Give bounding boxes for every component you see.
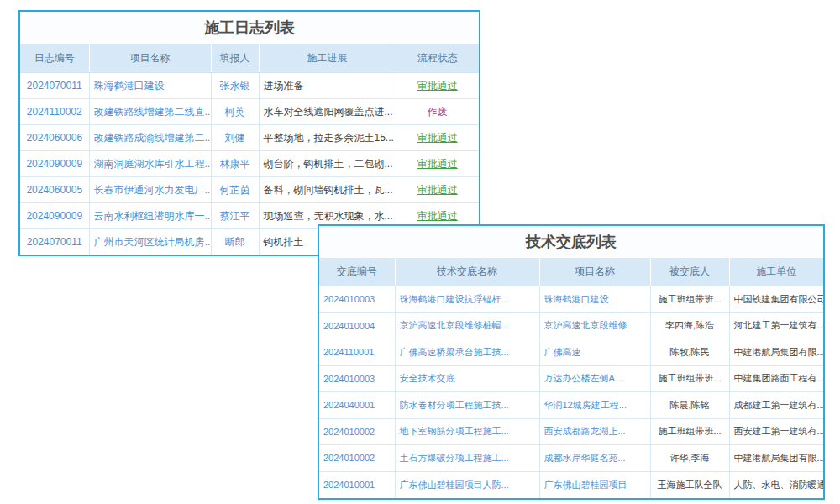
table-row: 2024010001 广东佛山碧桂园项目人防... 广东佛山碧桂园项目 王海施工…	[319, 471, 823, 498]
log-status-link[interactable]: 审批通过	[396, 73, 479, 99]
table-row: 2024070011 珠海鹤港口建设 张永银 进场准备 审批通过	[20, 73, 479, 99]
disclosure-unit-cell: 中建港航局集团有限...	[729, 339, 823, 366]
table-row: 2024040001 防水卷材分项工程施工技... 华润12城房建工程... 陈…	[319, 392, 823, 419]
log-project-link[interactable]: 广州市天河区统计局机房...	[89, 229, 211, 255]
log-progress-cell: 备料，砌间墙钩机排土，瓦...	[259, 177, 396, 203]
disclosure-id-link[interactable]: 2024010002	[319, 445, 395, 472]
disclosure-unit-cell: 中建港航局集团有限...	[729, 445, 823, 472]
disclosure-col-header-project: 项目名称	[539, 258, 650, 286]
disclosure-project-link[interactable]: 万达办公楼左侧A...	[539, 365, 650, 392]
disclosure-col-header-name: 技术交底名称	[395, 258, 539, 286]
technical-disclosure-title: 技术交底列表	[319, 226, 823, 258]
disclosure-project-link[interactable]: 成都水岸华庭名苑...	[539, 445, 650, 472]
disclosure-recipients-cell: 李四海,陈浩	[650, 312, 729, 339]
log-progress-cell: 进场准备	[259, 73, 396, 99]
table-row: 2024110002 改建铁路线增建第二线直... 柯英 水车对全线遮阳网覆盖点…	[20, 99, 479, 125]
log-status-link[interactable]: 审批通过	[396, 151, 479, 177]
log-reporter-cell: 张永银	[211, 73, 259, 99]
log-id-link[interactable]: 2024070011	[20, 229, 89, 255]
table-row: 2024010003 安全技术交底 万达办公楼左侧A... 施工班组带班... …	[319, 365, 823, 392]
disclosure-name-link[interactable]: 广佛高速桥梁承台施工技...	[395, 339, 539, 366]
log-project-link[interactable]: 珠海鹤港口建设	[89, 73, 211, 99]
disclosure-recipients-cell: 施工班组带班...	[650, 286, 729, 313]
log-project-link[interactable]: 改建铁路成渝线增建第二...	[89, 125, 211, 151]
technical-disclosure-table: 交底编号 技术交底名称 项目名称 被交底人 施工单位 2024010003 珠海…	[319, 258, 823, 498]
log-project-link[interactable]: 改建铁路线增建第二线直...	[89, 99, 211, 125]
disclosure-name-link[interactable]: 珠海鹤港口建设抗浮锚杆...	[395, 286, 539, 313]
log-project-link[interactable]: 湖南洞庭湖水库引水工程...	[89, 151, 211, 177]
log-status-link[interactable]: 审批通过	[396, 125, 479, 151]
disclosure-unit-cell: 中国铁建集团有限公司	[729, 286, 823, 313]
disclosure-col-header-recipients: 被交底人	[650, 258, 729, 286]
disclosure-unit-cell: 中建集团路面工程有...	[729, 365, 823, 392]
log-project-link[interactable]: 长春市伊通河水力发电厂...	[89, 177, 211, 203]
disclosure-project-link[interactable]: 西安成都路龙湖上...	[539, 418, 650, 445]
table-row: 2024060005 长春市伊通河水力发电厂... 何芷茵 备料，砌间墙钩机排土…	[20, 177, 479, 203]
table-row: 2024060006 改建铁路成渝线增建第二... 刘健 平整场地，拉走多余泥土…	[20, 125, 479, 151]
table-row: 2024010002 地下室钢筋分项工程施工... 西安成都路龙湖上... 施工…	[319, 418, 823, 445]
disclosure-recipients-cell: 施工班组带班...	[650, 365, 729, 392]
log-id-link[interactable]: 2024070011	[20, 73, 89, 99]
log-id-link[interactable]: 2024060006	[20, 125, 89, 151]
table-row: 2024110001 广佛高速桥梁承台施工技... 广佛高速 陈牧,陈民 中建港…	[319, 339, 823, 366]
disclosure-recipients-cell: 王海施工队全队	[650, 471, 729, 498]
log-id-link[interactable]: 2024090009	[20, 203, 89, 229]
log-id-link[interactable]: 2024090009	[20, 151, 89, 177]
disclosure-recipients-cell: 陈晨,陈铭	[650, 392, 729, 419]
construction-log-title: 施工日志列表	[20, 12, 479, 44]
log-status-link[interactable]: 审批通过	[396, 177, 479, 203]
disclosure-id-link[interactable]: 2024010003	[319, 286, 395, 313]
log-col-header-progress: 施工进展	[259, 44, 396, 73]
log-reporter-cell: 刘健	[211, 125, 259, 151]
log-col-header-status: 流程状态	[396, 44, 479, 73]
log-col-header-reporter: 填报人	[211, 44, 259, 73]
table-row: 2024010002 土石方爆破分项工程施工... 成都水岸华庭名苑... 许华…	[319, 445, 823, 472]
disclosure-id-link[interactable]: 2024010003	[319, 365, 395, 392]
disclosure-project-link[interactable]: 华润12城房建工程...	[539, 392, 650, 419]
disclosure-col-header-unit: 施工单位	[729, 258, 823, 286]
log-id-link[interactable]: 2024110002	[20, 99, 89, 125]
disclosure-name-link[interactable]: 土石方爆破分项工程施工...	[395, 445, 539, 472]
disclosure-name-link[interactable]: 京沪高速北京段维修桩帽...	[395, 312, 539, 339]
log-reporter-cell: 何芷茵	[211, 177, 259, 203]
disclosure-name-link[interactable]: 安全技术交底	[395, 365, 539, 392]
disclosure-id-link[interactable]: 2024040001	[319, 392, 395, 419]
table-row: 2024010004 京沪高速北京段维修桩帽... 京沪高速北京段维修 李四海,…	[319, 312, 823, 339]
log-col-header-id: 日志编号	[20, 44, 89, 73]
log-reporter-cell: 断郎	[211, 229, 259, 255]
disclosure-recipients-cell: 陈牧,陈民	[650, 339, 729, 366]
disclosure-unit-cell: 西安建工第一建筑有...	[729, 418, 823, 445]
log-id-link[interactable]: 2024060005	[20, 177, 89, 203]
log-header-row: 日志编号 项目名称 填报人 施工进展 流程状态	[20, 44, 479, 73]
disclosure-name-link[interactable]: 地下室钢筋分项工程施工...	[395, 418, 539, 445]
log-progress-cell: 砌台阶，钩机排土，二包砌...	[259, 151, 396, 177]
disclosure-project-link[interactable]: 广佛高速	[539, 339, 650, 366]
log-reporter-cell: 柯英	[211, 99, 259, 125]
disclosure-unit-cell: 成都建工第一建筑有...	[729, 392, 823, 419]
log-reporter-cell: 林康平	[211, 151, 259, 177]
disclosure-project-link[interactable]: 京沪高速北京段维修	[539, 312, 650, 339]
disclosure-recipients-cell: 许华,李海	[650, 445, 729, 472]
log-col-header-project: 项目名称	[89, 44, 211, 73]
table-row: 2024090009 湖南洞庭湖水库引水工程... 林康平 砌台阶，钩机排土，二…	[20, 151, 479, 177]
disclosure-unit-cell: 河北建工第一建筑有...	[729, 312, 823, 339]
disclosure-header-row: 交底编号 技术交底名称 项目名称 被交底人 施工单位	[319, 258, 823, 286]
disclosure-unit-cell: 人防、水电、消防暖通	[729, 471, 823, 498]
disclosure-id-link[interactable]: 2024110001	[319, 339, 395, 366]
table-row: 2024010003 珠海鹤港口建设抗浮锚杆... 珠海鹤港口建设 施工班组带班…	[319, 286, 823, 313]
disclosure-project-link[interactable]: 广东佛山碧桂园项目	[539, 471, 650, 498]
log-project-link[interactable]: 云南水利枢纽潜明水库一...	[89, 203, 211, 229]
disclosure-name-link[interactable]: 防水卷材分项工程施工技...	[395, 392, 539, 419]
disclosure-name-link[interactable]: 广东佛山碧桂园项目人防...	[395, 471, 539, 498]
construction-log-table: 日志编号 项目名称 填报人 施工进展 流程状态 2024070011 珠海鹤港口…	[20, 44, 479, 255]
disclosure-id-link[interactable]: 2024010001	[319, 471, 395, 498]
log-progress-cell: 水车对全线遮阳网覆盖点进...	[259, 99, 396, 125]
disclosure-id-link[interactable]: 2024010002	[319, 418, 395, 445]
disclosure-recipients-cell: 施工班组带班...	[650, 418, 729, 445]
technical-disclosure-panel: 技术交底列表 交底编号 技术交底名称 项目名称 被交底人 施工单位 202401…	[318, 224, 825, 500]
log-status-link[interactable]: 作废	[396, 99, 479, 125]
disclosure-project-link[interactable]: 珠海鹤港口建设	[539, 286, 650, 313]
log-progress-cell: 平整场地，拉走多余泥土15...	[259, 125, 396, 151]
log-reporter-cell: 蔡江平	[211, 203, 259, 229]
disclosure-id-link[interactable]: 2024010004	[319, 312, 395, 339]
